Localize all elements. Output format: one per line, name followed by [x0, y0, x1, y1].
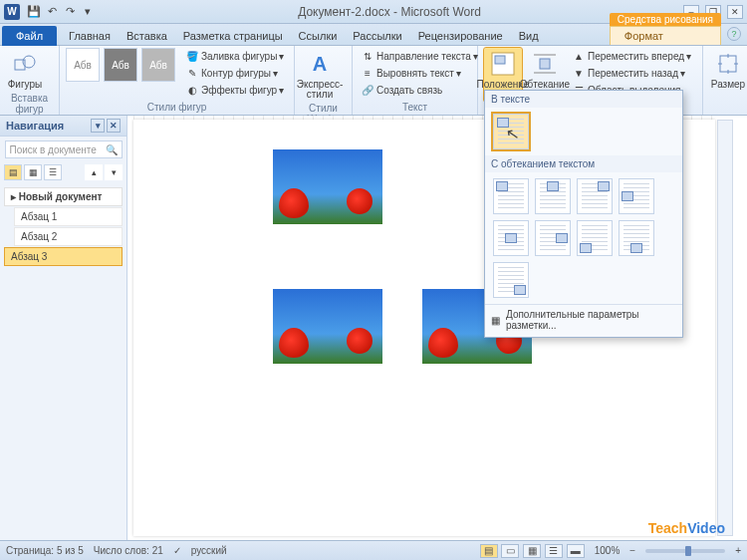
- undo-icon[interactable]: ↶: [44, 4, 60, 20]
- view-buttons: ▤ ▭ ▦ ☰ ▬: [479, 544, 585, 558]
- nav-headings-tab[interactable]: ▤: [4, 164, 22, 180]
- contextual-tab-group: Средства рисования Формат: [610, 13, 721, 45]
- wrap-icon: [531, 50, 559, 78]
- file-tab[interactable]: Файл: [2, 26, 57, 46]
- nav-view-tabs: ▤ ▦ ☰ ▴ ▾: [0, 162, 126, 182]
- shapes-button[interactable]: Фигуры: [6, 48, 44, 92]
- position-icon: [489, 50, 517, 78]
- nav-results-tab[interactable]: ☰: [44, 164, 62, 180]
- pos-top-center[interactable]: [535, 178, 571, 214]
- create-link-button[interactable]: 🔗Создать связь: [359, 82, 480, 98]
- zoom-level[interactable]: 100%: [595, 545, 621, 556]
- link-icon: 🔗: [361, 83, 374, 97]
- status-words[interactable]: Число слов: 21: [94, 545, 163, 556]
- ribbon-help: ?: [727, 27, 741, 41]
- shape-effects-button[interactable]: ◐Эффекты фигур ▾: [183, 82, 286, 98]
- nav-doc-root[interactable]: ▸ Новый документ: [4, 187, 123, 206]
- pos-top-right[interactable]: [577, 178, 613, 214]
- tab-layout[interactable]: Разметка страницы: [175, 27, 291, 45]
- watermark: TeachVideo: [648, 520, 725, 536]
- tab-insert[interactable]: Вставка: [119, 27, 175, 45]
- nav-item-1[interactable]: Абзац 1: [14, 207, 123, 226]
- qat-more-icon[interactable]: ▾: [80, 4, 96, 20]
- status-page[interactable]: Страница: 5 из 5: [6, 545, 84, 556]
- text-direction-button[interactable]: ⇅Направление текста ▾: [359, 48, 480, 64]
- save-icon[interactable]: 💾: [26, 4, 42, 20]
- status-bar: Страница: 5 из 5 Число слов: 21 ✓ русски…: [0, 540, 747, 560]
- pos-mid-center[interactable]: [493, 220, 529, 256]
- status-proofing-icon[interactable]: ✓: [173, 545, 181, 556]
- tab-view[interactable]: Вид: [511, 27, 547, 45]
- letter-icon: A: [306, 50, 334, 78]
- align-icon: ≡: [361, 66, 374, 80]
- zoom-out-icon[interactable]: −: [629, 545, 635, 556]
- size-button[interactable]: Размер: [709, 48, 747, 92]
- group-text: ⇅Направление текста ▾ ≡Выровнять текст ▾…: [353, 46, 478, 115]
- popup-section-inline: В тексте: [485, 91, 682, 108]
- nav-down-icon[interactable]: ▾: [105, 164, 123, 180]
- group-size: Размер: [703, 46, 747, 115]
- shape-fill-button[interactable]: 🪣Заливка фигуры ▾: [183, 48, 286, 64]
- effects-icon: ◐: [185, 83, 199, 97]
- style-swatch-2[interactable]: Абв: [104, 48, 137, 82]
- view-draft[interactable]: ▬: [567, 544, 585, 558]
- nav-tree: ▸ Новый документ Абзац 1 Абзац 2 Абзац 3: [2, 186, 124, 267]
- pos-bot-right[interactable]: [493, 262, 529, 298]
- contextual-tab-header: Средства рисования: [610, 13, 721, 26]
- wordart-styles-button[interactable]: A Экспресс-стили: [301, 48, 339, 102]
- group-wordart: A Экспресс-стили Стили Word...: [295, 46, 353, 115]
- image-1[interactable]: [273, 149, 382, 224]
- forward-icon: ▲: [572, 49, 586, 63]
- style-swatch-1[interactable]: Абв: [66, 48, 100, 82]
- svg-rect-4: [540, 59, 550, 69]
- nav-close-icon[interactable]: ✕: [107, 119, 121, 133]
- app-icon: W: [4, 4, 20, 20]
- more-layout-options[interactable]: ▦ Дополнительные параметры разметки...: [485, 304, 682, 335]
- nav-search-input[interactable]: Поиск в документе 🔍: [5, 140, 123, 158]
- status-language[interactable]: русский: [191, 545, 227, 556]
- shape-outline-button[interactable]: ✎Контур фигуры ▾: [183, 65, 286, 81]
- tab-format[interactable]: Формат: [610, 26, 721, 45]
- group-insert-shapes: Фигуры Вставка фигур: [0, 46, 60, 115]
- close-icon[interactable]: ✕: [727, 5, 743, 19]
- pos-bot-center[interactable]: [619, 220, 654, 256]
- direction-icon: ⇅: [361, 49, 374, 63]
- nav-item-2[interactable]: Абзац 2: [14, 227, 123, 246]
- zoom-slider[interactable]: [645, 549, 725, 553]
- pos-mid-right[interactable]: [535, 220, 571, 256]
- navigation-pane: Навигация ▾ ✕ Поиск в документе 🔍 ▤ ▦ ☰ …: [0, 116, 127, 540]
- align-text-button[interactable]: ≡Выровнять текст ▾: [359, 65, 480, 81]
- window-title: Документ-2.docx - Microsoft Word: [96, 5, 683, 19]
- pos-top-left[interactable]: [493, 178, 529, 214]
- vertical-scrollbar[interactable]: [717, 120, 733, 536]
- nav-up-icon[interactable]: ▴: [85, 164, 103, 180]
- pos-mid-left[interactable]: [619, 178, 654, 214]
- nav-dropdown-icon[interactable]: ▾: [91, 119, 105, 133]
- send-backward-button[interactable]: ▼Переместить назад ▾: [570, 65, 693, 81]
- help-icon[interactable]: ?: [727, 27, 741, 41]
- ribbon-tabs: Файл Главная Вставка Разметка страницы С…: [0, 24, 747, 46]
- tab-home[interactable]: Главная: [61, 27, 119, 45]
- bucket-icon: 🪣: [185, 49, 199, 63]
- layout-options-icon: ▦: [491, 315, 500, 326]
- pos-bot-left[interactable]: [577, 220, 613, 256]
- svg-rect-7: [720, 56, 736, 72]
- image-2[interactable]: [273, 289, 382, 364]
- view-outline[interactable]: ☰: [545, 544, 563, 558]
- tab-mailings[interactable]: Рассылки: [345, 27, 409, 45]
- shapes-icon: [11, 50, 39, 78]
- bring-forward-button[interactable]: ▲Переместить вперед ▾: [570, 48, 693, 64]
- svg-rect-3: [495, 56, 505, 64]
- view-fullscreen[interactable]: ▭: [501, 544, 519, 558]
- view-print-layout[interactable]: ▤: [480, 544, 498, 558]
- nav-pages-tab[interactable]: ▦: [24, 164, 42, 180]
- tab-review[interactable]: Рецензирование: [410, 27, 511, 45]
- nav-item-3[interactable]: Абзац 3: [4, 247, 123, 266]
- style-swatch-3[interactable]: Абв: [141, 48, 175, 82]
- view-web[interactable]: ▦: [523, 544, 541, 558]
- navigation-title: Навигация ▾ ✕: [0, 116, 126, 137]
- redo-icon[interactable]: ↷: [62, 4, 78, 20]
- search-icon: 🔍: [106, 144, 118, 155]
- tab-references[interactable]: Ссылки: [291, 27, 346, 45]
- zoom-in-icon[interactable]: +: [735, 545, 741, 556]
